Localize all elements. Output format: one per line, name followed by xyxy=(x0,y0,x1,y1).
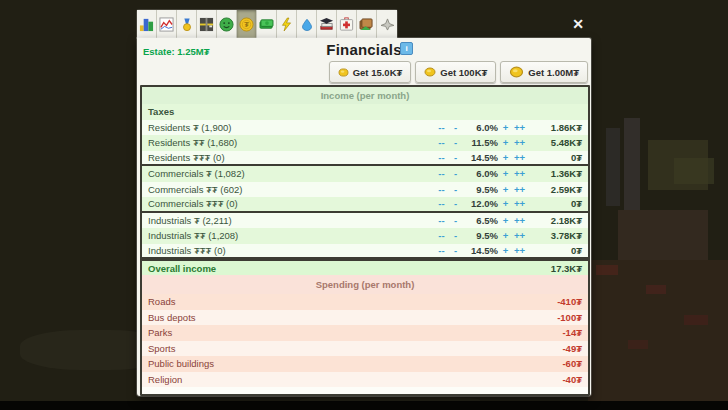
tax-increase-button[interactable]: + xyxy=(500,122,511,133)
tax-increase-button[interactable]: + xyxy=(500,215,511,226)
tax-rate-value: 6.0% xyxy=(461,122,500,133)
tax-increase-button[interactable]: + xyxy=(500,230,511,241)
tax-increase-button[interactable]: + xyxy=(500,184,511,195)
tax-row-label: Industrials ₮₮ (1,208) xyxy=(148,230,433,241)
tax-decrease-button[interactable]: - xyxy=(450,152,461,163)
spending-row-amount: -14₮ xyxy=(528,327,582,338)
tax-increase-2-button[interactable]: ++ xyxy=(511,215,528,226)
background-bottom-strip xyxy=(0,401,728,410)
tax-decrease-2-button[interactable]: -- xyxy=(433,198,450,209)
health-icon[interactable] xyxy=(337,10,357,38)
overall-income-row: Overall income 17.3K₮ xyxy=(142,259,588,275)
tax-rate-value: 9.5% xyxy=(461,184,500,195)
tax-decrease-2-button[interactable]: -- xyxy=(433,137,450,148)
tax-income-amount: 2.18K₮ xyxy=(528,215,582,226)
tax-row: Industrials ₮ (2,211) -- - 6.5% + ++ 2.1… xyxy=(142,213,588,229)
spending-row-amount: -40₮ xyxy=(528,374,582,385)
tax-row-label: Commercials ₮₮ (602) xyxy=(148,184,433,195)
tax-row-label: Residents ₮ (1,900) xyxy=(148,122,433,133)
tax-decrease-button[interactable]: - xyxy=(450,168,461,179)
get-15k-button[interactable]: Get 15.0K₮ xyxy=(329,61,412,83)
tax-increase-2-button[interactable]: ++ xyxy=(511,168,528,179)
taxes-row: Taxes xyxy=(142,104,588,120)
tax-row: Commercials ₮₮₮ (0) -- - 12.0% + ++ 0₮ xyxy=(142,197,588,213)
spending-row-amount: -60₮ xyxy=(528,358,582,369)
info-icon[interactable]: i xyxy=(400,42,413,55)
medal-icon[interactable] xyxy=(177,10,197,38)
tax-increase-2-button[interactable]: ++ xyxy=(511,184,528,195)
tax-decrease-button[interactable]: - xyxy=(450,245,461,256)
money-buttons: Get 15.0K₮ Get 100K₮ Get 1.00M₮ xyxy=(329,61,588,83)
tax-increase-2-button[interactable]: ++ xyxy=(511,122,528,133)
overall-income-label: Overall income xyxy=(148,263,528,274)
tax-increase-2-button[interactable]: ++ xyxy=(511,152,528,163)
coin-icon xyxy=(424,67,436,77)
spending-row: Roads -410₮ xyxy=(142,294,588,310)
tax-income-amount: 3.78K₮ xyxy=(528,230,582,241)
tax-increase-button[interactable]: + xyxy=(500,152,511,163)
tax-income-amount: 0₮ xyxy=(528,198,582,209)
tax-row-label: Commercials ₮₮₮ (0) xyxy=(148,198,433,209)
financials-dialog: Estate: 1.25M₮ Financials i Get 15.0K₮ G… xyxy=(137,38,591,396)
close-icon[interactable]: ✕ xyxy=(569,15,587,33)
tax-increase-button[interactable]: + xyxy=(500,137,511,148)
tax-decrease-button[interactable]: - xyxy=(450,122,461,133)
tax-increase-2-button[interactable]: ++ xyxy=(511,137,528,148)
education-icon[interactable] xyxy=(317,10,337,38)
tax-decrease-button[interactable]: - xyxy=(450,137,461,148)
income-section-header: Income (per month) xyxy=(142,87,588,104)
spending-row-amount: -49₮ xyxy=(528,343,582,354)
cash-icon[interactable] xyxy=(257,10,277,38)
tax-decrease-2-button[interactable]: -- xyxy=(433,168,450,179)
tax-decrease-2-button[interactable]: -- xyxy=(433,184,450,195)
tax-income-amount: 5.48K₮ xyxy=(528,137,582,148)
tax-decrease-2-button[interactable]: -- xyxy=(433,215,450,226)
zones-icon[interactable] xyxy=(197,10,217,38)
tax-row-label: Industrials ₮ (2,211) xyxy=(148,215,433,226)
spending-row-label: Bus depots xyxy=(148,312,528,323)
taxes-label: Taxes xyxy=(148,106,174,117)
tax-decrease-button[interactable]: - xyxy=(450,198,461,209)
energy-icon[interactable] xyxy=(277,10,297,38)
tax-rate-value: 14.5% xyxy=(461,245,500,256)
tax-decrease-2-button[interactable]: -- xyxy=(433,152,450,163)
tax-rate-value: 6.5% xyxy=(461,215,500,226)
tax-income-amount: 2.59K₮ xyxy=(528,184,582,195)
tax-increase-2-button[interactable]: ++ xyxy=(511,230,528,241)
financials-table: Income (per month) Taxes Residents ₮ (1,… xyxy=(140,85,590,396)
tax-increase-button[interactable]: + xyxy=(500,245,511,256)
tax-decrease-button[interactable]: - xyxy=(450,215,461,226)
chart-icon[interactable] xyxy=(157,10,177,38)
tax-decrease-2-button[interactable]: -- xyxy=(433,245,450,256)
tax-increase-2-button[interactable]: ++ xyxy=(511,245,528,256)
water-icon[interactable] xyxy=(297,10,317,38)
spending-row: Religion -40₮ xyxy=(142,372,588,388)
spending-row-label: Sports xyxy=(148,343,528,354)
tax-increase-button[interactable]: + xyxy=(500,168,511,179)
tax-decrease-button[interactable]: - xyxy=(450,184,461,195)
coin-icon xyxy=(338,68,349,77)
finances-coin-icon[interactable]: ₮ xyxy=(237,10,257,38)
spending-row-label: Religion xyxy=(148,374,528,385)
tax-increase-button[interactable]: + xyxy=(500,198,511,209)
tax-row: Residents ₮₮ (1,680) -- - 11.5% + ++ 5.4… xyxy=(142,135,588,151)
tax-row: Commercials ₮ (1,082) -- - 6.0% + ++ 1.3… xyxy=(142,166,588,182)
spending-row-amount: -100₮ xyxy=(528,312,582,323)
tax-decrease-2-button[interactable]: -- xyxy=(433,122,450,133)
files-icon[interactable] xyxy=(357,10,377,38)
tax-decrease-button[interactable]: - xyxy=(450,230,461,241)
happiness-icon[interactable] xyxy=(217,10,237,38)
tax-rate-value: 12.0% xyxy=(461,198,500,209)
tax-increase-2-button[interactable]: ++ xyxy=(511,198,528,209)
tax-row: Industrials ₮₮ (1,208) -- - 9.5% + ++ 3.… xyxy=(142,228,588,244)
tax-row-label: Commercials ₮ (1,082) xyxy=(148,168,433,179)
get-1m-button[interactable]: Get 1.00M₮ xyxy=(500,61,588,83)
tax-row: Commercials ₮₮ (602) -- - 9.5% + ++ 2.59… xyxy=(142,182,588,198)
tax-row-label: Residents ₮₮ (1,680) xyxy=(148,137,433,148)
get-100k-button[interactable]: Get 100K₮ xyxy=(415,61,496,83)
tax-decrease-2-button[interactable]: -- xyxy=(433,230,450,241)
airport-icon[interactable] xyxy=(377,10,397,38)
tax-rate-value: 6.0% xyxy=(461,168,500,179)
city-icon[interactable] xyxy=(137,10,157,38)
tax-row: Residents ₮₮₮ (0) -- - 14.5% + ++ 0₮ xyxy=(142,151,588,167)
